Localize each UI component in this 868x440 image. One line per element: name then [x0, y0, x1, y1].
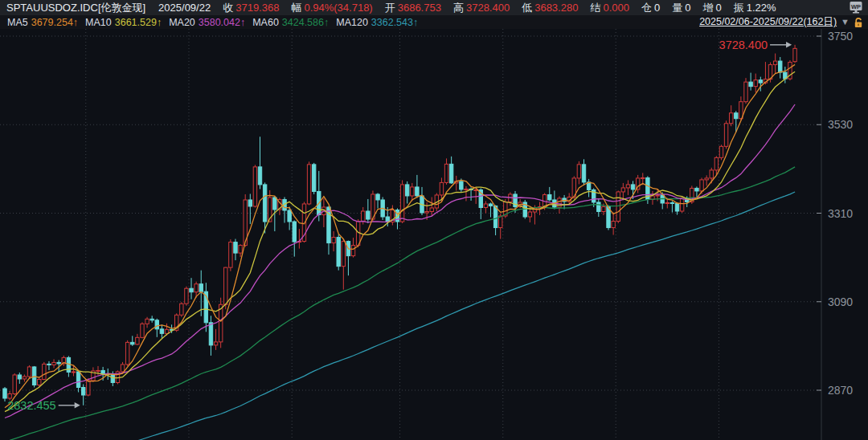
candle-body — [43, 364, 46, 379]
candle-body — [489, 204, 492, 206]
annotation-text: 2832.455 — [7, 399, 55, 412]
quote-fields: 收3719.368幅0.94%(34.718)开3686.753高3728.40… — [211, 1, 776, 15]
candle-body — [670, 202, 674, 203]
candle-body — [145, 319, 149, 324]
quote-field: 量0 — [672, 1, 690, 15]
candle-body — [719, 146, 723, 157]
candle-body — [700, 180, 703, 191]
quote-field: 幅0.94%(34.718) — [291, 1, 372, 15]
candle-body — [484, 204, 487, 208]
candle-body — [493, 206, 497, 227]
candle-body — [558, 198, 561, 207]
candle-body — [710, 170, 713, 178]
ma-item: MA603424.586↑ — [252, 17, 329, 28]
candle-body — [125, 342, 129, 365]
candle-body — [32, 367, 35, 385]
candle-body — [141, 324, 144, 337]
candle-body — [76, 372, 80, 388]
candle-body — [714, 157, 718, 170]
candle-body — [440, 182, 443, 195]
candle-body — [18, 375, 21, 379]
candle-body — [631, 185, 634, 189]
y-axis: 37503530331030902870 — [817, 29, 853, 440]
candle-body — [616, 192, 620, 222]
ma-values: MA53679.254↑MA103661.529↑MA203580.042↑MA… — [0, 17, 418, 28]
y-axis-label: 3310 — [828, 207, 853, 220]
candle-body — [209, 323, 212, 345]
candle-body — [87, 381, 90, 395]
candle-body — [582, 165, 585, 182]
chevron-down-icon[interactable]: ▼ — [841, 18, 850, 26]
candle-body — [705, 178, 708, 180]
price-chart-canvas[interactable]: 375035303310309028703728.4002832.455 — [0, 29, 868, 440]
candle-body — [444, 164, 448, 182]
title-bar: SPTAUUSDOZ.IDC[伦敦金现] 2025/09/22 收3719.36… — [0, 0, 868, 15]
candle-body — [675, 203, 678, 211]
candle-body — [180, 304, 183, 315]
candle-body — [548, 194, 551, 200]
candle-body — [224, 267, 227, 304]
quote-field: 振1.22% — [734, 1, 776, 15]
price-annotation: 3728.400 — [719, 39, 792, 51]
candle-body — [38, 379, 41, 385]
unlock-icon[interactable] — [854, 17, 864, 28]
candle-body — [253, 167, 256, 206]
quote-field: 收3719.368 — [223, 1, 279, 15]
y-axis-label: 3750 — [828, 30, 853, 43]
candle-body — [724, 124, 727, 147]
candle-body — [8, 394, 11, 399]
candle-body — [474, 189, 477, 190]
candle-body — [190, 288, 193, 292]
ma-item: MA53679.254↑ — [7, 17, 78, 28]
candle-body — [416, 187, 419, 196]
candle-body — [744, 82, 747, 102]
candle-body — [680, 198, 683, 211]
candle-body — [411, 187, 414, 196]
candle-body — [729, 113, 732, 124]
svg-text:WP: WP — [851, 3, 861, 10]
candle-body — [656, 195, 659, 196]
quote-field: 增0 — [702, 1, 721, 15]
wp-monitor-icon[interactable]: WP — [849, 1, 863, 17]
candle-body — [234, 242, 237, 254]
candle-body — [597, 202, 600, 212]
candle-body — [293, 222, 296, 242]
quote-field: 仓0 — [641, 1, 660, 15]
ma-item: MA203580.042↑ — [169, 17, 245, 28]
candle-body — [23, 377, 26, 379]
candle-body — [185, 288, 188, 304]
candlestick-chart[interactable]: 375035303310309028703728.4002832.455 — [0, 29, 868, 440]
candle-body — [759, 80, 762, 84]
candle-body — [81, 387, 84, 395]
candle-body — [199, 284, 203, 292]
candle-body — [779, 61, 782, 72]
ma-bar: MA53679.254↑MA103661.529↑MA203580.042↑MA… — [0, 15, 868, 30]
candle-body — [337, 238, 340, 267]
quote-field: 结0.000 — [590, 1, 629, 15]
candle-body — [263, 185, 266, 222]
candle-body — [27, 367, 31, 377]
grid-lines — [0, 29, 821, 440]
candle-body — [641, 177, 645, 178]
candle-body — [160, 329, 163, 334]
candle-body — [342, 242, 345, 267]
candle-body — [239, 246, 242, 254]
annotation-text: 3728.400 — [719, 39, 768, 51]
trade-date: 2025/09/22 — [158, 2, 211, 14]
candle-body — [425, 211, 428, 213]
candle-body — [602, 206, 605, 211]
candle-body — [155, 320, 158, 329]
candle-body — [150, 319, 154, 320]
ma-item: MA103661.529↑ — [85, 17, 162, 28]
date-range-selector[interactable]: 2025/02/06-2025/09/22(162日) — [699, 15, 837, 29]
candle-body — [214, 342, 217, 345]
candle-body — [362, 211, 365, 222]
candle-body — [665, 202, 669, 203]
candle-body — [626, 185, 629, 188]
candle-body — [72, 372, 75, 373]
candle-body — [749, 82, 752, 87]
candle-body — [57, 362, 60, 364]
symbol-title: SPTAUUSDOZ.IDC[伦敦金现] — [6, 1, 145, 15]
quote-field: 高3728.400 — [453, 1, 510, 15]
price-annotation: 2832.455 — [7, 399, 80, 412]
